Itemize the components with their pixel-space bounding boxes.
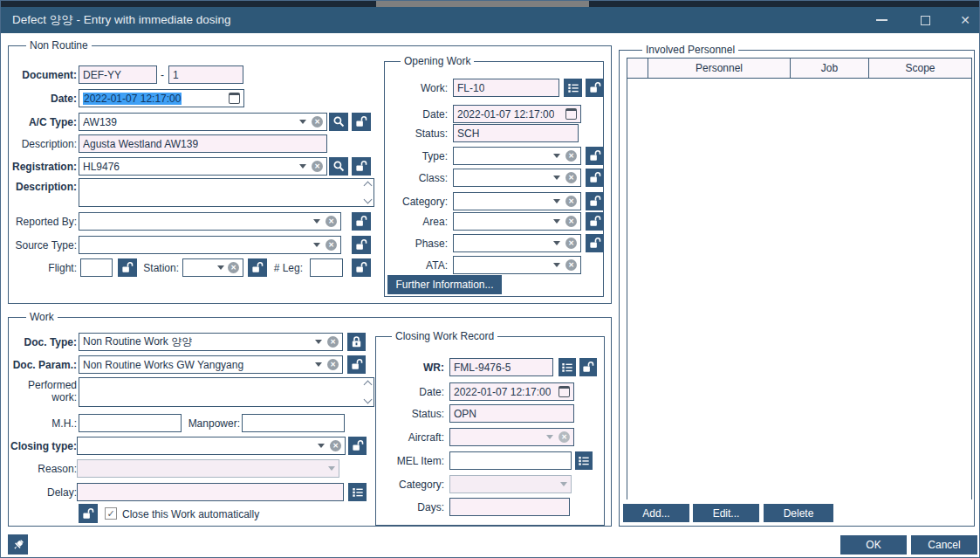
scroll-up-icon[interactable] — [364, 182, 373, 190]
source-type-lock-button[interactable] — [352, 236, 371, 254]
reported-by-lock-button[interactable] — [352, 212, 371, 231]
chevron-down-icon[interactable] — [318, 444, 325, 448]
performed-work-textarea[interactable] — [79, 377, 374, 407]
registration-lock-button[interactable] — [352, 157, 371, 176]
doc-param-lock-button[interactable] — [347, 355, 366, 374]
leg-field[interactable] — [310, 258, 343, 277]
pin-button[interactable] — [8, 534, 28, 555]
closing-type-combobox[interactable] — [77, 437, 346, 455]
category-lock-button[interactable] — [586, 192, 604, 210]
area-lock-button[interactable] — [586, 212, 604, 231]
work-list-button[interactable] — [564, 79, 582, 97]
wr-field[interactable]: FML-9476-5 — [449, 358, 553, 376]
maximize-button[interactable] — [911, 7, 939, 33]
job-column-header[interactable]: Job — [791, 59, 869, 78]
chevron-down-icon[interactable] — [553, 199, 560, 203]
auto-close-checkbox[interactable] — [105, 507, 117, 520]
chevron-down-icon[interactable] — [553, 263, 560, 267]
calendar-icon[interactable] — [229, 93, 240, 104]
station-combobox[interactable] — [182, 258, 243, 277]
clear-icon[interactable] — [565, 172, 577, 183]
closing-date-field[interactable]: 2022-01-07 12:17:00 — [449, 382, 574, 401]
document-prefix-field[interactable]: DEF-YY — [79, 65, 157, 84]
station-lock-button[interactable] — [248, 258, 267, 277]
doc-param-combobox[interactable]: Non Routine Works GW Yangyang — [79, 355, 343, 374]
scroll-down-icon[interactable] — [364, 396, 373, 404]
clear-icon[interactable] — [330, 440, 341, 451]
further-information-button[interactable]: Further Information... — [387, 275, 502, 294]
personnel-table[interactable]: Personnel Job Scope — [627, 58, 972, 499]
doc-type-combobox[interactable]: Non Routine Work 양양 — [79, 333, 343, 351]
chevron-down-icon[interactable] — [313, 243, 320, 247]
description-textarea[interactable] — [79, 178, 374, 207]
area-combobox[interactable] — [453, 212, 581, 231]
close-button[interactable] — [951, 7, 979, 33]
leg-lock-button[interactable] — [352, 258, 371, 277]
class-lock-button[interactable] — [586, 169, 604, 187]
delay-list-button[interactable] — [348, 483, 367, 501]
work-lock-button[interactable] — [586, 79, 604, 97]
chevron-down-icon[interactable] — [553, 219, 560, 224]
type-lock-button[interactable] — [586, 147, 604, 165]
date-field[interactable]: 2022-01-07 12:17:00 — [79, 89, 244, 107]
scroll-down-icon[interactable] — [364, 196, 373, 204]
scroll-up-icon[interactable] — [364, 381, 373, 389]
days-field[interactable] — [449, 498, 570, 516]
registration-search-button[interactable] — [329, 157, 348, 176]
category-combobox[interactable] — [453, 192, 581, 210]
class-combobox[interactable] — [453, 169, 581, 187]
clear-icon[interactable] — [565, 216, 577, 227]
chevron-down-icon[interactable] — [315, 362, 322, 367]
mh-field[interactable] — [79, 414, 182, 432]
ac-type-search-button[interactable] — [329, 113, 348, 131]
chevron-down-icon[interactable] — [217, 265, 224, 270]
delete-button[interactable]: Delete — [764, 504, 833, 522]
scope-column-header[interactable]: Scope — [869, 59, 971, 78]
wr-lock-button[interactable] — [579, 358, 597, 376]
source-type-combobox[interactable] — [79, 236, 341, 254]
minimize-button[interactable] — [867, 7, 895, 33]
clear-icon[interactable] — [565, 259, 577, 271]
chevron-down-icon[interactable] — [315, 340, 322, 344]
personnel-column-header[interactable]: Personnel — [648, 59, 791, 78]
document-number-field[interactable]: 1 — [168, 65, 243, 84]
personnel-table-body[interactable] — [627, 79, 971, 500]
closing-type-lock-button[interactable] — [348, 437, 367, 455]
ata-combobox[interactable] — [453, 256, 581, 274]
clear-icon[interactable] — [312, 161, 323, 172]
clear-icon[interactable] — [326, 239, 337, 251]
clear-icon[interactable] — [565, 238, 577, 249]
work-field[interactable]: FL-10 — [453, 79, 559, 97]
title-bar[interactable]: Defect 양양 - Entry with immediate dosing — [1, 7, 980, 33]
phase-lock-button[interactable] — [586, 234, 604, 252]
clear-icon[interactable] — [327, 359, 339, 370]
reported-by-combobox[interactable] — [79, 212, 341, 231]
chevron-down-icon[interactable] — [553, 176, 560, 180]
mel-item-field[interactable] — [449, 451, 572, 470]
add-button[interactable]: Add... — [623, 504, 689, 522]
clear-icon[interactable] — [327, 336, 339, 348]
clear-icon[interactable] — [565, 150, 577, 162]
auto-close-lock-button[interactable] — [79, 504, 98, 523]
clear-icon[interactable] — [565, 196, 577, 207]
flight-lock-button[interactable] — [118, 258, 137, 277]
manpower-field[interactable] — [242, 414, 345, 432]
ac-type-lock-button[interactable] — [352, 113, 371, 131]
clear-icon[interactable] — [312, 116, 323, 127]
type-combobox[interactable] — [453, 147, 581, 165]
chevron-down-icon[interactable] — [299, 164, 306, 169]
clear-icon[interactable] — [326, 216, 337, 227]
phase-combobox[interactable] — [453, 234, 581, 252]
mel-item-list-button[interactable] — [575, 451, 593, 470]
doc-type-lock-button[interactable] — [347, 333, 366, 351]
ok-button[interactable]: OK — [840, 535, 907, 555]
edit-button[interactable]: Edit... — [693, 504, 759, 522]
calendar-icon[interactable] — [565, 108, 577, 120]
chevron-down-icon[interactable] — [313, 219, 320, 224]
chevron-down-icon[interactable] — [553, 154, 560, 158]
clear-icon[interactable] — [228, 262, 239, 273]
wr-list-button[interactable] — [559, 358, 576, 376]
cancel-button[interactable]: Cancel — [911, 535, 977, 555]
chevron-down-icon[interactable] — [553, 241, 560, 245]
flight-field[interactable] — [80, 258, 113, 277]
